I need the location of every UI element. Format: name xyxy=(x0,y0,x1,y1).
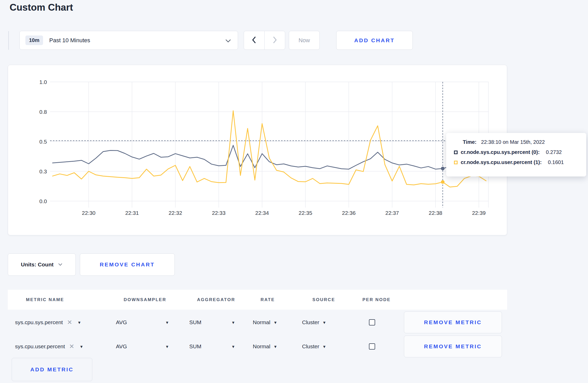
metric-name-select[interactable]: sys.cpu.sys.percent ✕ ▼ xyxy=(15,310,81,335)
per-node-checkbox[interactable] xyxy=(369,343,375,350)
tooltip-user-value: 0.1601 xyxy=(548,159,564,165)
col-header-rate: RATE xyxy=(261,290,275,310)
col-header-per-node: PER NODE xyxy=(362,290,391,310)
aggregator-value: SUM xyxy=(189,343,201,350)
svg-text:22:32: 22:32 xyxy=(169,210,182,216)
metric-row: sys.cpu.sys.percent ✕ ▼ AVG ▼ SUM ▼ Norm… xyxy=(0,310,588,335)
tooltip-user-label: cr.node.sys.cpu.user.percent (1): xyxy=(461,159,542,165)
svg-text:22:36: 22:36 xyxy=(342,210,356,216)
svg-text:22:39: 22:39 xyxy=(472,210,486,216)
svg-text:0.3: 0.3 xyxy=(39,168,47,174)
rate-select[interactable]: Normal ▼ xyxy=(253,310,277,335)
aggregator-value: SUM xyxy=(189,319,201,325)
add-metric-button[interactable]: ADD METRIC xyxy=(12,358,92,381)
chevron-down-icon xyxy=(225,39,231,44)
time-nav-group xyxy=(244,31,285,50)
col-header-source: SOURCE xyxy=(312,290,335,310)
next-time-button[interactable] xyxy=(264,31,285,49)
custom-chart-page: Custom Chart 10m Past 10 Minutes Now ADD… xyxy=(0,0,588,383)
caret-down-icon: ▼ xyxy=(274,344,277,349)
downsampler-select[interactable]: AVG ▼ xyxy=(116,334,169,359)
prev-time-button[interactable] xyxy=(244,31,264,49)
svg-text:22:30: 22:30 xyxy=(82,210,96,216)
svg-text:0.5: 0.5 xyxy=(39,139,47,145)
clear-metric-icon[interactable]: ✕ xyxy=(67,319,72,326)
chevron-down-icon xyxy=(58,262,62,267)
remove-chart-label: REMOVE CHART xyxy=(100,261,155,268)
remove-metric-label: REMOVE METRIC xyxy=(424,319,482,325)
caret-down-icon: ▼ xyxy=(80,344,83,349)
caret-down-icon: ▼ xyxy=(323,344,326,349)
remove-metric-button[interactable]: REMOVE METRIC xyxy=(404,311,502,333)
remove-metric-button[interactable]: REMOVE METRIC xyxy=(404,336,502,357)
aggregator-select[interactable]: SUM ▼ xyxy=(189,310,235,335)
tooltip-time-row: Time: 22:38:10 on Mar 15th, 2022 xyxy=(454,139,586,145)
svg-text:22:35: 22:35 xyxy=(299,210,312,216)
caret-down-icon: ▼ xyxy=(231,320,235,325)
tooltip-series-row: cr.node.sys.cpu.sys.percent (0): 0.2732 xyxy=(454,149,586,155)
metric-row: sys.cpu.user.percent ✕ ▼ AVG ▼ SUM ▼ Nor… xyxy=(0,334,588,359)
chart-svg[interactable]: 0.00.30.50.81.022:3022:3122:3222:3322:34… xyxy=(8,65,507,236)
metric-name-value: sys.cpu.user.percent xyxy=(15,343,65,350)
rate-value: Normal xyxy=(253,343,270,350)
page-title: Custom Chart xyxy=(10,2,73,13)
user-series-swatch-icon xyxy=(454,161,458,164)
add-metric-label: ADD METRIC xyxy=(30,366,74,373)
tooltip-sys-value: 0.2732 xyxy=(546,149,562,155)
per-node-checkbox[interactable] xyxy=(369,319,375,325)
tooltip-sys-label: cr.node.sys.cpu.sys.percent (0): xyxy=(461,149,540,155)
svg-text:22:33: 22:33 xyxy=(212,210,226,216)
caret-down-icon: ▼ xyxy=(165,344,169,349)
source-value: Cluster xyxy=(302,319,319,325)
sys-series-swatch-icon xyxy=(454,151,458,154)
source-select[interactable]: Cluster ▼ xyxy=(302,310,326,335)
downsampler-select[interactable]: AVG ▼ xyxy=(116,310,169,335)
rate-value: Normal xyxy=(253,319,270,325)
remove-metric-label: REMOVE METRIC xyxy=(424,343,482,350)
metric-name-select[interactable]: sys.cpu.user.percent ✕ ▼ xyxy=(15,334,83,359)
caret-down-icon: ▼ xyxy=(231,344,235,349)
add-chart-button[interactable]: ADD CHART xyxy=(336,31,413,50)
metric-name-value: sys.cpu.sys.percent xyxy=(15,319,63,325)
svg-text:22:31: 22:31 xyxy=(125,210,139,216)
svg-text:22:34: 22:34 xyxy=(255,210,269,216)
time-range-label: Past 10 Minutes xyxy=(49,37,90,44)
tooltip-series-row: cr.node.sys.cpu.user.percent (1): 0.1601 xyxy=(454,159,586,165)
chevron-left-icon xyxy=(251,36,257,45)
caret-down-icon: ▼ xyxy=(274,320,277,325)
chart-tooltip: Time: 22:38:10 on Mar 15th, 2022 cr.node… xyxy=(446,133,586,176)
col-header-downsampler: DOWNSAMPLER xyxy=(124,290,166,310)
caret-down-icon: ▼ xyxy=(78,320,81,325)
col-header-metric-name: METRIC NAME xyxy=(26,290,64,310)
source-select[interactable]: Cluster ▼ xyxy=(302,334,326,359)
tooltip-time-value: 22:38:10 on Mar 15th, 2022 xyxy=(481,139,545,145)
caret-down-icon: ▼ xyxy=(165,320,169,325)
metrics-table-header: METRIC NAME DOWNSAMPLER AGGREGATOR RATE … xyxy=(8,290,507,310)
chart-panel: 0.00.30.50.81.022:3022:3122:3222:3322:34… xyxy=(8,65,507,235)
tooltip-time-label: Time: xyxy=(463,139,477,145)
now-button[interactable]: Now xyxy=(289,31,320,50)
add-chart-label: ADD CHART xyxy=(354,37,395,44)
units-label: Units: Count xyxy=(21,261,54,268)
caret-down-icon: ▼ xyxy=(323,320,326,325)
time-range-select[interactable]: 10m Past 10 Minutes xyxy=(19,31,238,50)
units-select[interactable]: Units: Count xyxy=(8,253,76,276)
clear-metric-icon[interactable]: ✕ xyxy=(69,343,74,350)
toolbar-divider xyxy=(8,31,9,50)
svg-text:1.0: 1.0 xyxy=(39,79,47,85)
remove-chart-button[interactable]: REMOVE CHART xyxy=(80,253,175,276)
downsampler-value: AVG xyxy=(116,319,127,325)
svg-text:22:37: 22:37 xyxy=(385,210,399,216)
svg-text:22:38: 22:38 xyxy=(429,210,442,216)
col-header-aggregator: AGGREGATOR xyxy=(197,290,235,310)
rate-select[interactable]: Normal ▼ xyxy=(253,334,277,359)
aggregator-select[interactable]: SUM ▼ xyxy=(189,334,235,359)
svg-text:0.8: 0.8 xyxy=(39,109,47,115)
svg-text:0.0: 0.0 xyxy=(39,198,47,204)
time-range-badge: 10m xyxy=(25,36,43,45)
source-value: Cluster xyxy=(302,343,319,350)
downsampler-value: AVG xyxy=(116,343,127,350)
chevron-right-icon xyxy=(272,36,277,45)
